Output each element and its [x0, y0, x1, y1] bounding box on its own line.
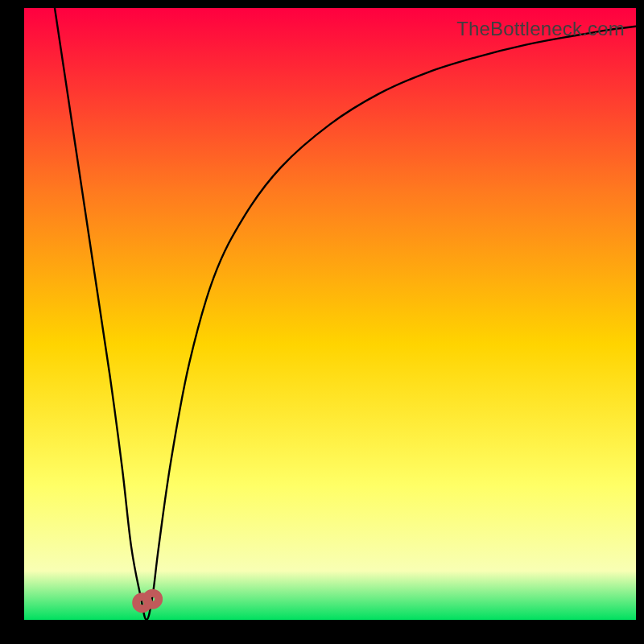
gradient-background	[24, 8, 636, 620]
plot-area: TheBottleneck.com	[24, 8, 636, 620]
min-markers	[136, 593, 159, 609]
plot-svg	[24, 8, 636, 620]
watermark-text: TheBottleneck.com	[456, 18, 625, 40]
chart-frame: TheBottleneck.com	[0, 0, 644, 644]
